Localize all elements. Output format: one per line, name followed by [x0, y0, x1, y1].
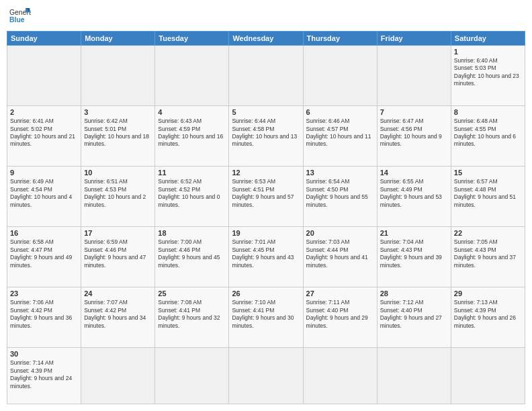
calendar-page: General Blue SundayMondayTuesdayWednesda… — [0, 0, 532, 411]
day-info: Sunrise: 6:59 AMSunset: 4:46 PMDaylight:… — [84, 238, 152, 269]
calendar-cell: 11Sunrise: 6:52 AMSunset: 4:52 PMDayligh… — [155, 167, 229, 227]
calendar-cell — [451, 348, 525, 404]
day-info: Sunrise: 6:44 AMSunset: 4:58 PMDaylight:… — [232, 118, 300, 148]
calendar-cell: 19Sunrise: 7:01 AMSunset: 4:45 PMDayligh… — [229, 227, 303, 287]
calendar-week-row: 23Sunrise: 7:06 AMSunset: 4:42 PMDayligh… — [7, 287, 525, 348]
day-info: Sunrise: 6:52 AMSunset: 4:52 PMDaylight:… — [158, 178, 226, 209]
calendar-cell: 24Sunrise: 7:07 AMSunset: 4:42 PMDayligh… — [81, 287, 155, 348]
day-number: 29 — [454, 289, 522, 298]
day-number: 16 — [10, 229, 78, 237]
day-info: Sunrise: 6:41 AMSunset: 5:02 PMDaylight:… — [10, 118, 78, 148]
day-info: Sunrise: 7:10 AMSunset: 4:41 PMDaylight:… — [232, 299, 300, 330]
calendar-week-row: 9Sunrise: 6:49 AMSunset: 4:54 PMDaylight… — [7, 167, 525, 227]
calendar-cell: 28Sunrise: 7:12 AMSunset: 4:40 PMDayligh… — [377, 287, 451, 348]
header: General Blue — [7, 7, 525, 26]
day-number: 6 — [306, 108, 374, 116]
weekday-header-tuesday: Tuesday — [155, 32, 229, 46]
calendar-cell — [155, 348, 229, 404]
day-number: 9 — [10, 169, 78, 177]
day-number: 25 — [158, 289, 226, 298]
calendar-cell — [81, 46, 155, 106]
day-number: 1 — [454, 48, 522, 56]
day-info: Sunrise: 6:53 AMSunset: 4:51 PMDaylight:… — [232, 178, 300, 209]
day-number: 18 — [158, 229, 226, 237]
calendar-cell: 30Sunrise: 7:14 AMSunset: 4:39 PMDayligh… — [7, 348, 81, 404]
calendar-cell — [229, 46, 303, 106]
day-number: 11 — [158, 169, 226, 177]
calendar-cell: 21Sunrise: 7:04 AMSunset: 4:43 PMDayligh… — [377, 227, 451, 287]
day-info: Sunrise: 7:03 AMSunset: 4:44 PMDaylight:… — [306, 238, 374, 269]
day-info: Sunrise: 7:08 AMSunset: 4:41 PMDaylight:… — [158, 299, 226, 330]
generalblue-logo-icon: General Blue — [9, 7, 31, 26]
weekday-header-sunday: Sunday — [7, 32, 81, 46]
calendar-cell: 5Sunrise: 6:44 AMSunset: 4:58 PMDaylight… — [229, 106, 303, 167]
calendar-cell: 17Sunrise: 6:59 AMSunset: 4:46 PMDayligh… — [81, 227, 155, 287]
day-info: Sunrise: 6:48 AMSunset: 4:55 PMDaylight:… — [454, 118, 522, 148]
day-info: Sunrise: 7:14 AMSunset: 4:39 PMDaylight:… — [10, 359, 78, 390]
day-number: 5 — [232, 108, 300, 116]
day-number: 30 — [10, 350, 78, 358]
day-info: Sunrise: 6:55 AMSunset: 4:49 PMDaylight:… — [380, 178, 448, 209]
day-number: 13 — [306, 169, 374, 177]
calendar-week-row: 1Sunrise: 6:40 AMSunset: 5:03 PMDaylight… — [7, 46, 525, 106]
calendar-cell: 12Sunrise: 6:53 AMSunset: 4:51 PMDayligh… — [229, 167, 303, 227]
day-info: Sunrise: 7:04 AMSunset: 4:43 PMDaylight:… — [380, 238, 448, 269]
calendar-cell: 29Sunrise: 7:13 AMSunset: 4:39 PMDayligh… — [451, 287, 525, 348]
calendar-cell: 2Sunrise: 6:41 AMSunset: 5:02 PMDaylight… — [7, 106, 81, 167]
calendar-cell: 13Sunrise: 6:54 AMSunset: 4:50 PMDayligh… — [303, 167, 377, 227]
day-number: 3 — [84, 108, 152, 116]
calendar-week-row: 16Sunrise: 6:58 AMSunset: 4:47 PMDayligh… — [7, 227, 525, 287]
calendar-cell: 9Sunrise: 6:49 AMSunset: 4:54 PMDaylight… — [7, 167, 81, 227]
day-info: Sunrise: 7:06 AMSunset: 4:42 PMDaylight:… — [10, 299, 78, 330]
day-number: 27 — [306, 289, 374, 298]
logo: General Blue — [9, 7, 31, 26]
day-info: Sunrise: 7:13 AMSunset: 4:39 PMDaylight:… — [454, 299, 522, 330]
calendar-week-row: 2Sunrise: 6:41 AMSunset: 5:02 PMDaylight… — [7, 106, 525, 167]
calendar-cell: 6Sunrise: 6:46 AMSunset: 4:57 PMDaylight… — [303, 106, 377, 167]
day-number: 22 — [454, 229, 522, 237]
day-info: Sunrise: 6:47 AMSunset: 4:56 PMDaylight:… — [380, 118, 448, 148]
day-number: 24 — [84, 289, 152, 298]
day-number: 28 — [380, 289, 448, 298]
calendar-cell — [377, 46, 451, 106]
weekday-header-friday: Friday — [377, 32, 451, 46]
day-number: 12 — [232, 169, 300, 177]
weekday-header-monday: Monday — [81, 32, 155, 46]
day-info: Sunrise: 6:43 AMSunset: 4:59 PMDaylight:… — [158, 118, 226, 148]
day-number: 19 — [232, 229, 300, 237]
calendar-cell — [81, 348, 155, 404]
day-info: Sunrise: 7:05 AMSunset: 4:43 PMDaylight:… — [454, 238, 522, 269]
calendar-cell: 27Sunrise: 7:11 AMSunset: 4:40 PMDayligh… — [303, 287, 377, 348]
day-number: 10 — [84, 169, 152, 177]
calendar-cell: 8Sunrise: 6:48 AMSunset: 4:55 PMDaylight… — [451, 106, 525, 167]
day-number: 14 — [380, 169, 448, 177]
day-number: 20 — [306, 229, 374, 237]
calendar-cell — [7, 46, 81, 106]
day-number: 2 — [10, 108, 78, 116]
day-info: Sunrise: 6:58 AMSunset: 4:47 PMDaylight:… — [10, 238, 78, 269]
day-info: Sunrise: 7:12 AMSunset: 4:40 PMDaylight:… — [380, 299, 448, 330]
calendar-table: SundayMondayTuesdayWednesdayThursdayFrid… — [7, 31, 525, 404]
calendar-cell: 15Sunrise: 6:57 AMSunset: 4:48 PMDayligh… — [451, 167, 525, 227]
day-info: Sunrise: 6:57 AMSunset: 4:48 PMDaylight:… — [454, 178, 522, 209]
day-info: Sunrise: 6:49 AMSunset: 4:54 PMDaylight:… — [10, 178, 78, 209]
weekday-header-thursday: Thursday — [303, 32, 377, 46]
day-info: Sunrise: 7:00 AMSunset: 4:46 PMDaylight:… — [158, 238, 226, 269]
calendar-cell: 26Sunrise: 7:10 AMSunset: 4:41 PMDayligh… — [229, 287, 303, 348]
day-number: 26 — [232, 289, 300, 298]
calendar-cell: 25Sunrise: 7:08 AMSunset: 4:41 PMDayligh… — [155, 287, 229, 348]
calendar-cell: 18Sunrise: 7:00 AMSunset: 4:46 PMDayligh… — [155, 227, 229, 287]
calendar-cell: 20Sunrise: 7:03 AMSunset: 4:44 PMDayligh… — [303, 227, 377, 287]
weekday-header-row: SundayMondayTuesdayWednesdayThursdayFrid… — [7, 32, 525, 46]
calendar-cell: 23Sunrise: 7:06 AMSunset: 4:42 PMDayligh… — [7, 287, 81, 348]
calendar-cell: 14Sunrise: 6:55 AMSunset: 4:49 PMDayligh… — [377, 167, 451, 227]
calendar-week-row: 30Sunrise: 7:14 AMSunset: 4:39 PMDayligh… — [7, 348, 525, 404]
weekday-header-saturday: Saturday — [451, 32, 525, 46]
calendar-cell — [155, 46, 229, 106]
calendar-cell: 22Sunrise: 7:05 AMSunset: 4:43 PMDayligh… — [451, 227, 525, 287]
calendar-cell — [377, 348, 451, 404]
day-number: 15 — [454, 169, 522, 177]
calendar-cell: 4Sunrise: 6:43 AMSunset: 4:59 PMDaylight… — [155, 106, 229, 167]
day-info: Sunrise: 6:42 AMSunset: 5:01 PMDaylight:… — [84, 118, 152, 148]
calendar-cell: 7Sunrise: 6:47 AMSunset: 4:56 PMDaylight… — [377, 106, 451, 167]
